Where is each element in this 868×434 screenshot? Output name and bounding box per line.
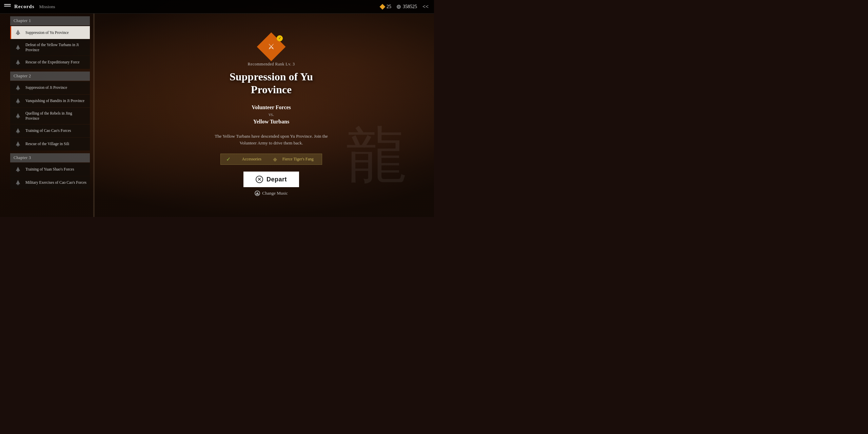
triangle-shape [256,192,259,195]
x-button-icon: ✕ [256,176,263,183]
team2-label: Yellow Turbans [252,119,291,125]
reward-divider-icon: ◆ [273,156,277,162]
svg-rect-5 [17,117,19,118]
svg-rect-2 [17,64,19,65]
badge-check-icon: ✓ [277,35,283,41]
badge-figure-icon: ⚔ [268,42,275,51]
mission-title: Suppression of Yu Province [230,70,313,96]
reward-check-icon: ✓ [226,156,231,162]
currency-gold: 358525 [397,4,417,9]
topbar-right: 25 358525 << [380,4,429,10]
svg-rect-4 [17,102,19,103]
mission-name-rescue-village: Rescue of the Village in Sili [25,141,69,146]
mission-item-quelling-rebels[interactable]: Quelling of the Rebels in Jing Province [10,108,90,124]
mission-sword-icon-4 [15,84,23,91]
svg-rect-8 [17,171,19,172]
mission-sword-icon-5 [15,98,23,104]
depart-label: Depart [267,176,287,183]
mission-sword-icon [15,29,23,36]
mission-sword-icon-8 [15,141,23,147]
reward-bar: ✓ Accessories ◆ Fierce Tiger's Fang [220,154,322,165]
svg-rect-1 [17,49,19,50]
mission-list-panel: Chapter 1 Suppression of Yu Province Def… [10,14,90,217]
svg-rect-7 [17,145,19,146]
gold-value: 358525 [403,4,417,9]
close-arrow[interactable]: << [422,4,429,10]
triangle-button-icon [255,191,260,196]
mission-name-military-exercises: Military Exercises of Cao Cao's Forces [25,180,86,185]
diamond-icon [379,4,385,9]
mission-item-rescue-village[interactable]: Rescue of the Village in Sili [10,138,90,151]
mission-name-rescue-expedition: Rescue of the Expeditionary Force [25,60,80,65]
vs-label: vs. [252,112,291,117]
mission-sword-icon-7 [15,127,23,134]
diamond-value: 25 [387,4,391,9]
gold-icon [397,5,401,9]
mission-name-training-cao: Training of Cao Cao's Forces [25,128,71,133]
mission-description: The Yellow Turbans have descended upon Y… [207,133,336,147]
vs-block: Volunteer Forces vs. Yellow Turbans [252,103,291,126]
change-music-label: Change Music [262,191,288,196]
svg-rect-9 [17,184,19,185]
mission-name-suppression-ji: Suppression of Ji Province [25,85,67,90]
mission-title-line2: Province [251,83,292,96]
mission-name-suppression-yu: Suppression of Yu Province [25,30,69,35]
mission-name-training-yuan-shao: Training of Yuan Shao's Forces [25,167,74,172]
mission-item-training-yuan-shao[interactable]: Training of Yuan Shao's Forces [10,163,90,176]
mission-item-training-cao[interactable]: Training of Cao Cao's Forces [10,124,90,137]
team1-label: Volunteer Forces [252,104,291,111]
mission-item-suppression-ji[interactable]: Suppression of Ji Province [10,81,90,94]
mission-sword-icon-3 [15,59,23,66]
panel-divider [93,14,95,217]
chapter-3-header: Chapter 3 [10,153,90,162]
mission-item-suppression-yu[interactable]: Suppression of Yu Province [10,26,90,39]
mission-name-vanquishing-bandits: Vanquishing of Bandits in Ji Province [25,98,84,103]
topbar-subtitle: Missions [39,4,55,9]
chapter-2-header: Chapter 2 [10,72,90,81]
book-icon [4,4,11,9]
mission-sword-icon-6 [15,113,23,119]
topbar-title: Records [14,4,35,9]
topbar-left: Records Missions [4,4,55,9]
mission-sword-icon-10 [15,179,23,186]
svg-rect-6 [17,132,19,133]
currency-diamonds: 25 [380,4,391,9]
mission-title-line1: Suppression of Yu [230,71,313,83]
mission-sword-icon-9 [15,166,23,173]
reward-accessories-label: Accessories [233,157,270,162]
chapter-1-header: Chapter 1 [10,16,90,25]
mission-sword-icon-2 [15,44,23,51]
mission-item-defeat-yellow[interactable]: Defeat of the Yellow Turbans in Ji Provi… [10,39,90,56]
mission-item-military-exercises[interactable]: Military Exercises of Cao Cao's Forces [10,176,90,189]
reward-item-label: Fierce Tiger's Fang [280,157,317,162]
depart-button[interactable]: ✕ Depart [243,172,299,187]
mission-item-rescue-expedition[interactable]: Rescue of the Expeditionary Force [10,56,90,69]
svg-rect-3 [17,89,19,90]
change-music-button[interactable]: Change Music [255,191,288,196]
mission-item-vanquishing-bandits[interactable]: Vanquishing of Bandits in Ji Province [10,95,90,107]
mission-badge: ⚔ ✓ [259,35,283,59]
recommended-rank-label: Recommended Rank Lv. 3 [248,62,295,67]
mission-detail-panel: ⚔ ✓ Recommended Rank Lv. 3 Suppression o… [108,14,434,217]
topbar: Records Missions 25 358525 << [0,0,434,14]
svg-rect-0 [17,34,19,35]
mission-name-quelling-rebels: Quelling of the Rebels in Jing Province [25,111,86,121]
mission-name-defeat-yellow: Defeat of the Yellow Turbans in Ji Provi… [25,42,86,53]
